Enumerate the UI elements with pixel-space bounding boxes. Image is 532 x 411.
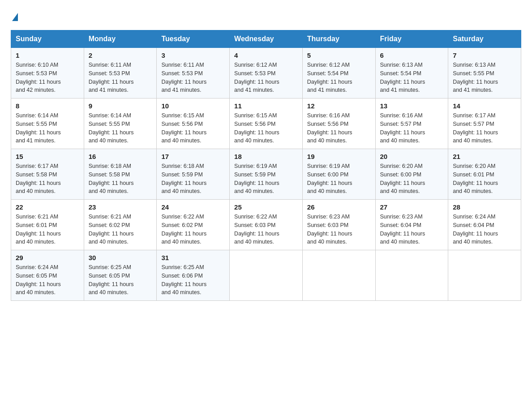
calendar-cell: 14 Sunrise: 6:17 AM Sunset: 5:57 PM Dayl… [448,98,521,149]
header-cell-tuesday: Tuesday [157,30,230,48]
day-info: Sunrise: 6:21 AM Sunset: 6:01 PM Dayligh… [16,213,79,246]
day-number: 17 [161,153,225,160]
calendar-cell [375,250,448,301]
day-info: Sunrise: 6:19 AM Sunset: 6:00 PM Dayligh… [307,162,371,196]
calendar-cell: 9 Sunrise: 6:14 AM Sunset: 5:55 PM Dayli… [84,98,157,149]
day-number: 29 [16,254,79,261]
day-info: Sunrise: 6:11 AM Sunset: 5:53 PM Dayligh… [89,61,152,94]
header-cell-sunday: Sunday [11,30,84,48]
day-number: 24 [161,203,225,211]
day-number: 28 [453,203,516,211]
calendar-cell: 23 Sunrise: 6:21 AM Sunset: 6:02 PM Dayl… [84,200,157,250]
calendar-cell [448,250,521,301]
calendar-week-row: 15 Sunrise: 6:17 AM Sunset: 5:58 PM Dayl… [11,149,521,200]
calendar-cell: 13 Sunrise: 6:16 AM Sunset: 5:57 PM Dayl… [375,98,448,149]
calendar-cell: 16 Sunrise: 6:18 AM Sunset: 5:58 PM Dayl… [84,149,157,200]
header-cell-monday: Monday [84,30,157,48]
day-number: 3 [161,51,225,59]
calendar-cell: 22 Sunrise: 6:21 AM Sunset: 6:01 PM Dayl… [11,200,84,250]
calendar-cell: 3 Sunrise: 6:11 AM Sunset: 5:53 PM Dayli… [157,48,230,98]
day-number: 31 [161,254,225,261]
calendar-body: 1 Sunrise: 6:10 AM Sunset: 5:53 PM Dayli… [11,48,521,301]
day-info: Sunrise: 6:10 AM Sunset: 5:53 PM Dayligh… [16,61,79,94]
calendar-cell: 25 Sunrise: 6:22 AM Sunset: 6:03 PM Dayl… [230,200,303,250]
day-number: 5 [307,51,371,59]
calendar-cell [302,250,375,301]
day-info: Sunrise: 6:15 AM Sunset: 5:56 PM Dayligh… [234,111,298,145]
day-info: Sunrise: 6:16 AM Sunset: 5:56 PM Dayligh… [307,111,371,145]
day-info: Sunrise: 6:23 AM Sunset: 6:03 PM Dayligh… [307,213,371,246]
day-info: Sunrise: 6:25 AM Sunset: 6:05 PM Dayligh… [89,263,152,297]
calendar-cell: 15 Sunrise: 6:17 AM Sunset: 5:58 PM Dayl… [11,149,84,200]
day-number: 21 [453,153,516,160]
calendar-cell: 20 Sunrise: 6:20 AM Sunset: 6:00 PM Dayl… [375,149,448,200]
day-info: Sunrise: 6:24 AM Sunset: 6:04 PM Dayligh… [453,213,516,246]
calendar-cell: 30 Sunrise: 6:25 AM Sunset: 6:05 PM Dayl… [84,250,157,301]
day-number: 7 [453,51,516,59]
day-info: Sunrise: 6:20 AM Sunset: 6:00 PM Dayligh… [380,162,444,196]
calendar-cell: 12 Sunrise: 6:16 AM Sunset: 5:56 PM Dayl… [302,98,375,149]
day-info: Sunrise: 6:24 AM Sunset: 6:05 PM Dayligh… [16,263,79,297]
calendar-header-row: SundayMondayTuesdayWednesdayThursdayFrid… [11,30,521,48]
header-cell-wednesday: Wednesday [230,30,303,48]
calendar-cell: 27 Sunrise: 6:23 AM Sunset: 6:04 PM Dayl… [375,200,448,250]
day-number: 10 [161,102,225,110]
day-number: 13 [380,102,444,110]
day-info: Sunrise: 6:12 AM Sunset: 5:54 PM Dayligh… [307,61,371,94]
logo [11,11,18,21]
calendar-table: SundayMondayTuesdayWednesdayThursdayFrid… [11,30,521,301]
calendar-week-row: 1 Sunrise: 6:10 AM Sunset: 5:53 PM Dayli… [11,48,521,98]
calendar-cell: 11 Sunrise: 6:15 AM Sunset: 5:56 PM Dayl… [230,98,303,149]
day-number: 12 [307,102,371,110]
day-number: 8 [16,102,79,110]
day-number: 6 [380,51,444,59]
day-info: Sunrise: 6:22 AM Sunset: 6:02 PM Dayligh… [161,213,225,246]
calendar-cell: 18 Sunrise: 6:19 AM Sunset: 5:59 PM Dayl… [230,149,303,200]
day-number: 9 [89,102,152,110]
day-number: 4 [234,51,298,59]
day-info: Sunrise: 6:22 AM Sunset: 6:03 PM Dayligh… [234,213,298,246]
day-number: 26 [307,203,371,211]
calendar-cell: 6 Sunrise: 6:13 AM Sunset: 5:54 PM Dayli… [375,48,448,98]
day-number: 15 [16,153,79,160]
day-info: Sunrise: 6:19 AM Sunset: 5:59 PM Dayligh… [234,162,298,196]
day-number: 14 [453,102,516,110]
day-info: Sunrise: 6:23 AM Sunset: 6:04 PM Dayligh… [380,213,444,246]
calendar-cell: 2 Sunrise: 6:11 AM Sunset: 5:53 PM Dayli… [84,48,157,98]
calendar-cell: 8 Sunrise: 6:14 AM Sunset: 5:55 PM Dayli… [11,98,84,149]
day-info: Sunrise: 6:25 AM Sunset: 6:06 PM Dayligh… [161,263,225,297]
calendar-cell [230,250,303,301]
calendar-cell: 19 Sunrise: 6:19 AM Sunset: 6:00 PM Dayl… [302,149,375,200]
calendar-cell: 24 Sunrise: 6:22 AM Sunset: 6:02 PM Dayl… [157,200,230,250]
header-cell-thursday: Thursday [302,30,375,48]
day-info: Sunrise: 6:15 AM Sunset: 5:56 PM Dayligh… [161,111,225,145]
day-number: 2 [89,51,152,59]
day-info: Sunrise: 6:17 AM Sunset: 5:57 PM Dayligh… [453,111,516,145]
header-cell-friday: Friday [375,30,448,48]
day-number: 16 [89,153,152,160]
day-number: 11 [234,102,298,110]
day-number: 23 [89,203,152,211]
day-info: Sunrise: 6:20 AM Sunset: 6:01 PM Dayligh… [453,162,516,196]
day-info: Sunrise: 6:17 AM Sunset: 5:58 PM Dayligh… [16,162,79,196]
calendar-cell: 4 Sunrise: 6:12 AM Sunset: 5:53 PM Dayli… [230,48,303,98]
calendar-week-row: 8 Sunrise: 6:14 AM Sunset: 5:55 PM Dayli… [11,98,521,149]
day-info: Sunrise: 6:12 AM Sunset: 5:53 PM Dayligh… [234,61,298,94]
calendar-cell: 17 Sunrise: 6:18 AM Sunset: 5:59 PM Dayl… [157,149,230,200]
day-info: Sunrise: 6:14 AM Sunset: 5:55 PM Dayligh… [89,111,152,145]
page-header [11,11,521,21]
day-info: Sunrise: 6:18 AM Sunset: 5:58 PM Dayligh… [89,162,152,196]
calendar-week-row: 29 Sunrise: 6:24 AM Sunset: 6:05 PM Dayl… [11,250,521,301]
day-info: Sunrise: 6:13 AM Sunset: 5:55 PM Dayligh… [453,61,516,94]
calendar-cell: 1 Sunrise: 6:10 AM Sunset: 5:53 PM Dayli… [11,48,84,98]
day-number: 18 [234,153,298,160]
header-cell-saturday: Saturday [448,30,521,48]
day-number: 19 [307,153,371,160]
day-info: Sunrise: 6:11 AM Sunset: 5:53 PM Dayligh… [161,61,225,94]
day-number: 27 [380,203,444,211]
calendar-week-row: 22 Sunrise: 6:21 AM Sunset: 6:01 PM Dayl… [11,200,521,250]
calendar-cell: 29 Sunrise: 6:24 AM Sunset: 6:05 PM Dayl… [11,250,84,301]
day-info: Sunrise: 6:14 AM Sunset: 5:55 PM Dayligh… [16,111,79,145]
calendar-cell: 26 Sunrise: 6:23 AM Sunset: 6:03 PM Dayl… [302,200,375,250]
day-number: 25 [234,203,298,211]
